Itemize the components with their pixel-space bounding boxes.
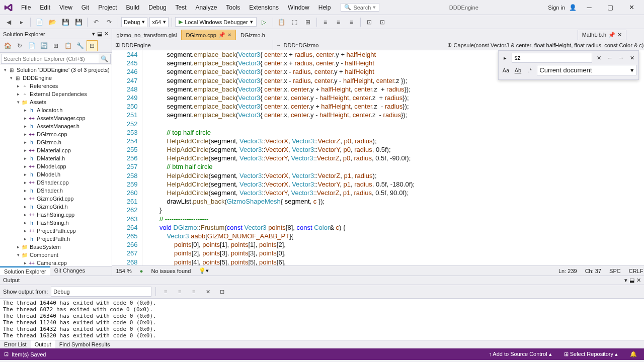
- tb-btn-4[interactable]: ≡: [320, 17, 331, 28]
- code-content[interactable]: segment.emplace_back(Vector3{ center.x +…: [142, 50, 644, 265]
- close-icon[interactable]: ✕: [617, 32, 622, 38]
- zoom-level[interactable]: 154 %: [116, 268, 132, 274]
- tree-project[interactable]: ▾⊞DDDEngine: [0, 74, 112, 82]
- panel-dropdown-icon[interactable]: ▾: [92, 31, 95, 37]
- tree-file-dshader-cpp[interactable]: ▸++DShader.cpp: [0, 178, 112, 187]
- find-next-icon[interactable]: →: [616, 53, 625, 63]
- tree-file-dmodel-h[interactable]: ▸hDModel.h: [0, 170, 112, 178]
- signin-link[interactable]: Sign in: [548, 5, 565, 11]
- regex-icon[interactable]: .*: [525, 65, 535, 75]
- tree-solution[interactable]: ▾⊞Solution 'DDDEngine' (3 of 3 projects): [0, 66, 112, 74]
- menu-build[interactable]: Build: [122, 3, 144, 12]
- config-combo[interactable]: Debug▾: [121, 17, 147, 27]
- line-ending[interactable]: CRLF: [629, 268, 643, 274]
- indent-mode[interactable]: SPC: [609, 268, 621, 274]
- menu-file[interactable]: File: [17, 3, 35, 12]
- save-button[interactable]: 💾: [60, 17, 71, 28]
- tree-file-camera-cpp[interactable]: ▸++Camera.cpp: [0, 259, 112, 266]
- search-icon[interactable]: 🔍: [99, 54, 110, 63]
- menu-tools[interactable]: Tools: [222, 3, 244, 12]
- tree-basesystem[interactable]: ▸📁BaseSystem: [0, 243, 112, 251]
- platform-combo[interactable]: x64▾: [149, 17, 169, 27]
- tree-file-assetsmanager-h[interactable]: ▸hAssetsManager.h: [0, 122, 112, 130]
- close-icon[interactable]: ✕: [227, 32, 231, 38]
- panel-pin-icon[interactable]: ⬓: [629, 277, 634, 284]
- tree-file-hashstring-cpp[interactable]: ▸++HashString.cpp: [0, 211, 112, 219]
- tree-file-allocator-h[interactable]: ▸hAllocator.h: [0, 106, 112, 114]
- se-btn-3[interactable]: 📄: [26, 40, 37, 51]
- add-source-control-button[interactable]: ↑ Add to Source Control ▴: [486, 350, 554, 358]
- se-btn-2[interactable]: ↻: [14, 40, 25, 51]
- start-nodebug-button[interactable]: ▷: [259, 17, 270, 28]
- tree-file-projectpath-h[interactable]: ▸hProjectPath.h: [0, 235, 112, 243]
- menu-git[interactable]: Git: [77, 3, 93, 12]
- whole-word-icon[interactable]: Ab: [513, 65, 523, 75]
- search-box[interactable]: 🔍 Search ▾: [341, 3, 379, 12]
- char-number[interactable]: Ch: 37: [585, 268, 601, 274]
- tree-assets[interactable]: ▾📁Assets: [0, 98, 112, 106]
- lightbulb-icon[interactable]: 💡▾: [199, 267, 209, 274]
- find-prev-icon[interactable]: ←: [605, 53, 614, 63]
- start-debug-button[interactable]: ▶Local Windows Debugger▾: [175, 17, 256, 27]
- find-close-icon[interactable]: ✕: [594, 53, 603, 63]
- se-btn-8[interactable]: ⊟: [87, 40, 98, 51]
- nav-scope-combo[interactable]: →DDD::DGizmo: [273, 40, 444, 50]
- se-btn-4[interactable]: 🔄: [38, 40, 49, 51]
- tab-dgizmo-h[interactable]: DGizmo.h: [236, 30, 270, 40]
- tb-btn-2[interactable]: ⬚: [289, 17, 300, 28]
- tree-file-gizmogrid-cpp[interactable]: ▸++GizmoGrid.cpp: [0, 195, 112, 203]
- tab-git-changes[interactable]: Git Changes: [50, 266, 89, 276]
- tree-ext-deps[interactable]: ▸▫External Dependencies: [0, 90, 112, 98]
- panel-close-icon[interactable]: ✕: [636, 277, 641, 284]
- pinned-tab-mathlib[interactable]: MathLib.h📌✕: [578, 30, 626, 40]
- out-btn-4[interactable]: ✕: [202, 286, 213, 297]
- tree-file-dmodel-cpp[interactable]: ▸++DModel.cpp: [0, 162, 112, 170]
- tab-find-symbols[interactable]: Find Symbol Results: [55, 340, 114, 348]
- tree-file-dgizmo-h[interactable]: ▸hDGizmo.h: [0, 138, 112, 146]
- undo-button[interactable]: ↶: [91, 17, 102, 28]
- tree-file-projectpath-cpp[interactable]: ▸++ProjectPath.cpp: [0, 227, 112, 235]
- panel-close-icon[interactable]: ✕: [104, 31, 109, 37]
- pin-icon[interactable]: 📌: [608, 32, 615, 38]
- tab-error-list[interactable]: Error List: [0, 340, 31, 348]
- open-button[interactable]: 📂: [47, 17, 58, 28]
- new-project-button[interactable]: 📄: [34, 17, 45, 28]
- tab-dgizmo-cpp[interactable]: DGizmo.cpp📌✕: [181, 30, 236, 40]
- tab-gizmo-glsl[interactable]: gizmo_no_transform.glsl: [112, 30, 182, 40]
- tree-file-assetsmanager-cpp[interactable]: ▸++AssetsManager.cpp: [0, 114, 112, 122]
- find-expand-icon[interactable]: ▸: [501, 53, 510, 63]
- tb-btn-1[interactable]: 📋: [276, 17, 287, 28]
- out-btn-5[interactable]: ⊡: [216, 286, 227, 297]
- match-case-icon[interactable]: Aa: [501, 65, 511, 75]
- se-btn-7[interactable]: 🔧: [74, 40, 86, 51]
- menu-view[interactable]: View: [55, 3, 76, 12]
- nav-fwd-button[interactable]: ▸: [16, 17, 27, 28]
- find-input[interactable]: [512, 53, 592, 63]
- tree-references[interactable]: ▸▫References: [0, 82, 112, 90]
- output-content[interactable]: The thread 16440 has exited with code 0 …: [0, 299, 644, 340]
- se-search-input[interactable]: [2, 54, 99, 63]
- save-all-button[interactable]: 💾: [73, 17, 84, 28]
- tree-file-dmaterial-h[interactable]: ▸hDMaterial.h: [0, 154, 112, 162]
- pin-icon[interactable]: 📌: [218, 32, 225, 38]
- notifications-icon[interactable]: 🔔: [627, 350, 640, 358]
- tb-btn-6[interactable]: ≡: [346, 17, 357, 28]
- menu-edit[interactable]: Edit: [36, 3, 54, 12]
- out-btn-3[interactable]: ≡: [188, 286, 199, 297]
- tab-solution-explorer[interactable]: Solution Explorer: [0, 266, 50, 276]
- tb-btn-7[interactable]: ⊡: [364, 17, 375, 28]
- minimize-button[interactable]: ─: [581, 2, 598, 14]
- se-btn-5[interactable]: ⊞: [50, 40, 61, 51]
- nav-project-combo[interactable]: ⊞DDDEngine: [112, 40, 273, 50]
- redo-button[interactable]: ↷: [104, 17, 115, 28]
- menu-test[interactable]: Test: [172, 3, 191, 12]
- close-button[interactable]: ✕: [623, 2, 640, 14]
- nav-back-button[interactable]: ◀: [3, 17, 14, 28]
- tree-component[interactable]: ▾📁Component: [0, 251, 112, 259]
- solution-explorer-search[interactable]: 🔍: [1, 54, 111, 64]
- select-repo-button[interactable]: ⊞ Select Repository ▴: [561, 350, 621, 358]
- menu-debug[interactable]: Debug: [144, 3, 170, 12]
- tree-file-dmaterial-cpp[interactable]: ▸++DMaterial.cpp: [0, 146, 112, 154]
- output-from-combo[interactable]: Debug: [51, 287, 151, 297]
- tree-file-hashstring-h[interactable]: ▸hHashString.h: [0, 219, 112, 227]
